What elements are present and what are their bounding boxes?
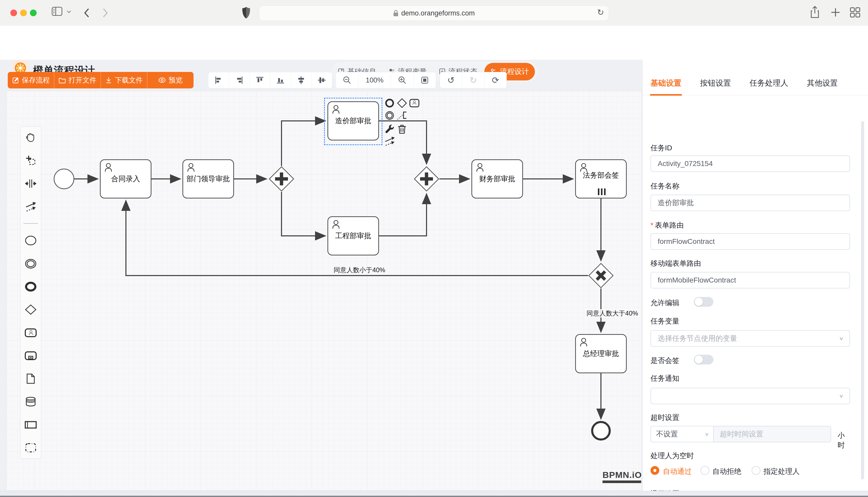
sidebar-icon[interactable] [51, 6, 63, 16]
tab-button-settings[interactable]: 按钮设置 [700, 78, 731, 88]
group-shape-icon[interactable] [25, 442, 37, 454]
tab-other-settings[interactable]: 其他设置 [807, 78, 838, 88]
file-toolbar: 保存流程 打开文件 下载文件 预览 [8, 72, 194, 88]
zoom-fit-button[interactable] [414, 72, 436, 88]
save-flow-button[interactable]: 保存流程 [8, 72, 54, 88]
align-right-button[interactable] [229, 72, 249, 88]
window-close-button[interactable] [10, 10, 17, 16]
connect-tool-icon[interactable] [25, 200, 37, 213]
task-general-manager-approval[interactable]: 总经理审批 [575, 334, 627, 373]
zoom-out-button[interactable] [336, 72, 358, 88]
task-notify-label: 任务通知 [650, 373, 679, 383]
tab-basic-settings[interactable]: 基础设置 [650, 78, 681, 88]
align-center-horizontal-button[interactable] [291, 72, 312, 88]
reload-icon[interactable]: ↻ [597, 8, 604, 17]
start-event-shape-icon[interactable] [25, 234, 37, 247]
undo-button[interactable]: ↺ [440, 72, 462, 88]
redo-button[interactable]: ↻ [462, 72, 484, 88]
task-engineering-dept-approval[interactable]: 工程部审批 [328, 216, 379, 255]
exclusive-gateway[interactable] [588, 263, 614, 288]
radio-assign-handler[interactable] [752, 466, 760, 475]
pad-delete-trash-icon[interactable] [397, 124, 408, 134]
countersign-toggle[interactable] [694, 355, 714, 365]
flow-label-reject[interactable]: 同意人数小于40% [334, 266, 385, 274]
back-button[interactable] [83, 7, 90, 18]
forward-button[interactable] [102, 7, 109, 18]
pad-change-type-wrench-icon[interactable] [384, 124, 395, 134]
bpmn-io-logo[interactable]: BPMN.iO [603, 470, 642, 483]
timeout-mode-select[interactable]: 不设置 ∨ [651, 426, 714, 442]
task-name-input[interactable]: 造价部审批 [650, 195, 850, 211]
open-file-button[interactable]: 打开文件 [54, 72, 100, 88]
mobile-form-route-input[interactable]: formMobileFlowContract [650, 272, 850, 288]
radio-auto-approve-label[interactable]: 自动通过 [663, 467, 692, 477]
radio-assign-handler-label[interactable]: 指定处理人 [763, 467, 800, 477]
edit-icon [12, 76, 19, 84]
radio-auto-reject[interactable] [701, 466, 709, 475]
zoom-in-button[interactable] [391, 72, 413, 88]
new-tab-icon[interactable] [830, 7, 841, 17]
intermediate-event-shape-icon[interactable] [25, 257, 37, 270]
reset-button[interactable]: ⟳ [484, 72, 507, 88]
tab-task-assignee[interactable]: 任务处理人 [749, 78, 788, 88]
allow-edit-label: 允许编辑 [650, 298, 679, 308]
task-id-input[interactable]: Activity_0725154 [650, 155, 850, 172]
form-route-input[interactable]: formFlowContract [650, 233, 850, 250]
parallel-gateway-split[interactable] [268, 166, 294, 192]
data-object-shape-icon[interactable] [25, 372, 37, 385]
parallel-gateway-join[interactable] [414, 166, 439, 192]
privacy-shield-icon[interactable] [242, 6, 251, 19]
address-bar[interactable]: demo.orangeforms.com ↻ [259, 5, 609, 21]
pad-append-user-task-icon[interactable] [409, 98, 420, 109]
subprocess-shape-icon[interactable] [25, 350, 37, 362]
participant-shape-icon[interactable] [25, 418, 37, 431]
pad-append-end-event-icon[interactable] [384, 98, 395, 109]
active-tab-underline [650, 94, 682, 96]
pad-append-intermediate-event-icon[interactable] [384, 110, 395, 121]
align-toolbar [208, 72, 332, 88]
user-task-shape-icon[interactable] [25, 327, 37, 339]
timeout-value-input[interactable]: 超时时间设置 [714, 426, 830, 442]
sidebar-chevron-icon[interactable] [66, 10, 72, 14]
window-minimize-button[interactable] [20, 10, 27, 16]
gateway-shape-icon[interactable] [25, 303, 37, 316]
allow-edit-toggle[interactable] [694, 297, 714, 307]
zoom-toolbar: 100% [335, 72, 436, 88]
flow-label-approve[interactable]: 同意人数大于40% [585, 309, 639, 317]
preview-button[interactable]: 预览 [147, 72, 194, 88]
task-legal-dept-countersign[interactable]: 法务部会签 [575, 159, 627, 198]
data-store-shape-icon[interactable] [25, 395, 37, 408]
tab-overview-icon[interactable] [850, 7, 861, 18]
task-notify-select[interactable]: ∨ [650, 388, 850, 404]
end-event[interactable] [591, 421, 611, 441]
hand-tool-icon[interactable] [25, 131, 37, 144]
task-dept-leader-approval[interactable]: 部门领导审批 [182, 159, 234, 198]
zoom-level[interactable]: 100% [358, 72, 391, 88]
end-event-shape-icon[interactable] [25, 281, 37, 293]
radio-auto-approve[interactable] [650, 466, 659, 475]
task-finance-dept-approval[interactable]: 财务部审批 [471, 159, 523, 198]
bpmn-canvas[interactable]: 合同录入 部门领导审批 造价部审批 [6, 91, 642, 491]
panel-tabs: 基础设置 按钮设置 任务处理人 其他设置 [650, 78, 858, 88]
panel-scrollbar[interactable] [861, 121, 864, 480]
lasso-tool-icon[interactable] [25, 154, 37, 167]
align-middle-vertical-button[interactable] [312, 72, 332, 88]
pad-append-annotation-icon[interactable] [397, 110, 408, 121]
space-tool-icon[interactable] [25, 178, 37, 190]
download-file-button[interactable]: 下载文件 [101, 72, 147, 88]
pad-connect-tool-icon[interactable] [384, 136, 395, 146]
countersign-label: 是否会签 [650, 356, 679, 366]
align-top-button[interactable] [249, 72, 270, 88]
task-cost-dept-approval[interactable]: 造价部审批 [328, 101, 379, 141]
start-event[interactable] [54, 169, 74, 189]
align-bottom-button[interactable] [270, 72, 291, 88]
pad-append-gateway-icon[interactable] [397, 98, 408, 109]
radio-auto-reject-label[interactable]: 自动拒绝 [713, 467, 741, 477]
window-zoom-button[interactable] [30, 10, 37, 16]
task-contract-entry[interactable]: 合同录入 [100, 159, 151, 198]
empty-assignee-label: 处理人为空时 [650, 451, 694, 461]
share-icon[interactable] [810, 6, 820, 19]
task-variable-select[interactable]: 选择任务节点使用的变量 ∨ [650, 330, 850, 347]
required-asterisk: * [650, 221, 653, 229]
align-left-button[interactable] [208, 72, 229, 88]
